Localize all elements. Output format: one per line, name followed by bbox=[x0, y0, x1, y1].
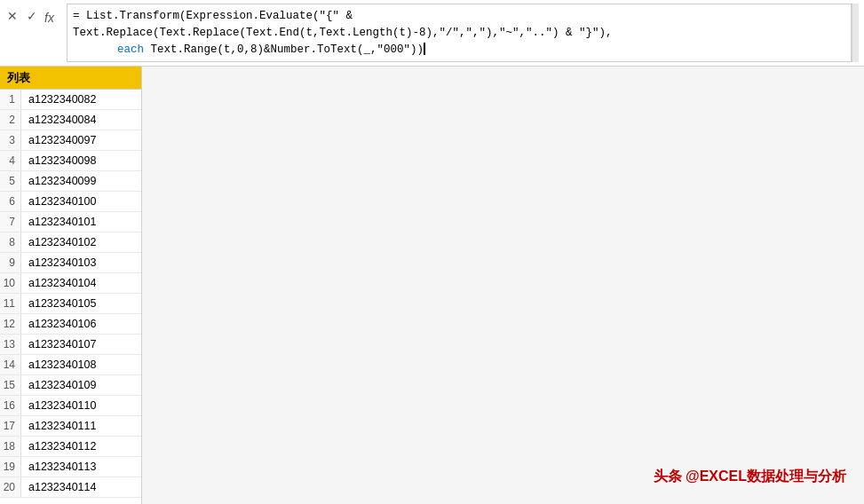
row-value: a1232340114 bbox=[21, 477, 141, 497]
row-number: 2 bbox=[0, 110, 21, 130]
table-row: 8a1232340102 bbox=[0, 232, 141, 253]
row-value: a1232340098 bbox=[21, 151, 141, 170]
row-value: a1232340106 bbox=[21, 314, 141, 334]
row-number: 12 bbox=[0, 314, 21, 334]
row-value: a1232340099 bbox=[21, 171, 141, 191]
table-row: 13a1232340107 bbox=[0, 335, 141, 355]
row-number: 9 bbox=[0, 253, 21, 272]
row-value: a1232340104 bbox=[21, 273, 141, 293]
row-number: 14 bbox=[0, 355, 21, 374]
row-number: 17 bbox=[0, 416, 21, 436]
row-value: a1232340084 bbox=[21, 110, 141, 130]
table-header: 列表 bbox=[0, 67, 141, 90]
keyword-each: each bbox=[117, 43, 144, 56]
row-number: 16 bbox=[0, 396, 21, 415]
row-number: 5 bbox=[0, 171, 21, 191]
row-number: 7 bbox=[0, 212, 21, 232]
table-rows-container: 1a12323400822a12323400843a12323400974a12… bbox=[0, 90, 141, 498]
table-row: 4a1232340098 bbox=[0, 151, 141, 171]
table-row: 14a1232340108 bbox=[0, 355, 141, 375]
formula-icons: ✕ ✓ fx bbox=[5, 4, 59, 25]
row-number: 8 bbox=[0, 232, 21, 252]
confirm-button[interactable]: ✓ bbox=[25, 10, 39, 22]
row-value: a1232340103 bbox=[21, 253, 141, 272]
row-value: a1232340100 bbox=[21, 192, 141, 211]
row-number: 10 bbox=[0, 273, 21, 293]
formula-bar: ✕ ✓ fx = List.Transform(Expression.Evalu… bbox=[0, 0, 864, 67]
table-row: 2a1232340084 bbox=[0, 110, 141, 130]
table-row: 20a1232340114 bbox=[0, 477, 141, 498]
row-value: a1232340097 bbox=[21, 130, 141, 150]
main-area: 列表 1a12323400822a12323400843a12323400974… bbox=[0, 67, 864, 504]
formula-line-2: each Text.Range(t,0,8)&Number.ToText(_,"… bbox=[73, 42, 845, 59]
row-value: a1232340112 bbox=[21, 437, 141, 456]
row-value: a1232340102 bbox=[21, 232, 141, 252]
table-row: 17a1232340111 bbox=[0, 416, 141, 437]
table-row: 10a1232340104 bbox=[0, 273, 141, 294]
row-value: a1232340110 bbox=[21, 396, 141, 415]
row-number: 3 bbox=[0, 130, 21, 150]
row-number: 6 bbox=[0, 192, 21, 211]
table-row: 9a1232340103 bbox=[0, 253, 141, 273]
row-value: a1232340107 bbox=[21, 335, 141, 354]
content-area bbox=[142, 67, 864, 504]
row-number: 18 bbox=[0, 437, 21, 456]
row-number: 11 bbox=[0, 294, 21, 313]
table-row: 18a1232340112 bbox=[0, 437, 141, 457]
table-header-label: 列表 bbox=[7, 70, 30, 86]
table-row: 15a1232340109 bbox=[0, 375, 141, 396]
row-number: 19 bbox=[0, 457, 21, 476]
table-row: 3a1232340097 bbox=[0, 130, 141, 151]
row-value: a1232340113 bbox=[21, 457, 141, 476]
row-value: a1232340109 bbox=[21, 375, 141, 395]
formula-bar-right-border bbox=[852, 4, 859, 62]
watermark: 头条 @EXCEL数据处理与分析 bbox=[654, 468, 846, 486]
table-row: 1a1232340082 bbox=[0, 90, 141, 110]
row-value: a1232340111 bbox=[21, 416, 141, 436]
row-value: a1232340105 bbox=[21, 294, 141, 313]
row-number: 20 bbox=[0, 477, 21, 497]
table-row: 5a1232340099 bbox=[0, 171, 141, 192]
table-row: 11a1232340105 bbox=[0, 294, 141, 314]
row-value: a1232340082 bbox=[21, 90, 141, 109]
formula-line2-indent bbox=[91, 43, 117, 56]
table-row: 12a1232340106 bbox=[0, 314, 141, 335]
formula-line2-suffix: Text.Range(t,0,8)&Number.ToText(_,"000")… bbox=[144, 43, 425, 56]
cancel-button[interactable]: ✕ bbox=[5, 10, 20, 22]
formula-input[interactable]: = List.Transform(Expression.Evaluate("{"… bbox=[67, 4, 852, 62]
row-number: 13 bbox=[0, 335, 21, 354]
row-value: a1232340101 bbox=[21, 212, 141, 232]
table-row: 19a1232340113 bbox=[0, 457, 141, 477]
fx-label: fx bbox=[44, 7, 54, 25]
row-number: 1 bbox=[0, 90, 21, 109]
table-row: 7a1232340101 bbox=[0, 212, 141, 232]
row-number: 15 bbox=[0, 375, 21, 395]
row-value: a1232340108 bbox=[21, 355, 141, 374]
row-number: 4 bbox=[0, 151, 21, 170]
formula-line-1: = List.Transform(Expression.Evaluate("{"… bbox=[73, 8, 845, 42]
table-container: 列表 1a12323400822a12323400843a12323400974… bbox=[0, 67, 142, 504]
table-row: 6a1232340100 bbox=[0, 192, 141, 212]
table-row: 16a1232340110 bbox=[0, 396, 141, 416]
